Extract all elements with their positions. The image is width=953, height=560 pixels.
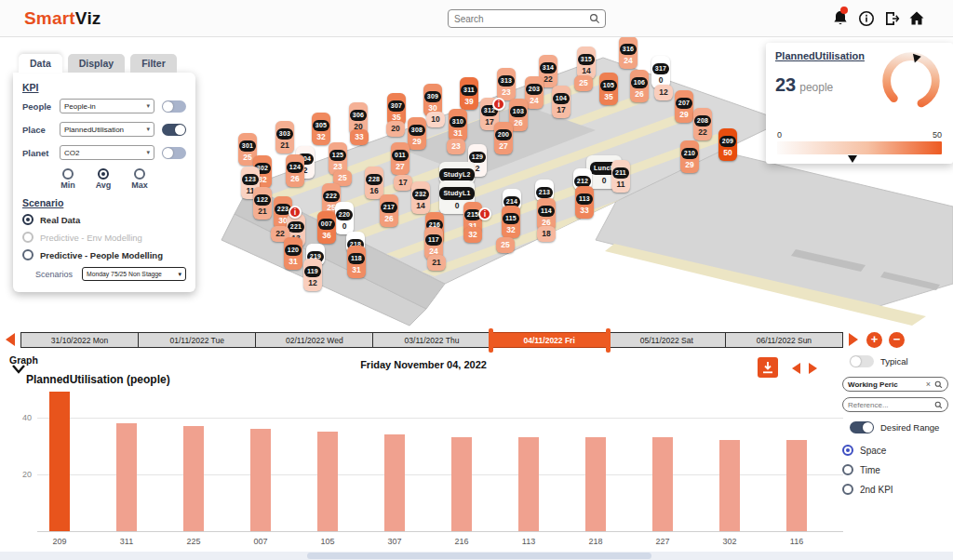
room-badge-200[interactable]: 20027 [494,122,513,154]
room-badge-120[interactable]: 12031 [284,237,302,270]
download-button[interactable] [758,357,778,378]
room-badge-220[interactable]: 2200 [335,202,354,234]
room-badge-316[interactable]: 31624 [619,36,638,69]
room-badge[interactable]: 10 [426,112,445,127]
graph-prev-button[interactable] [792,363,800,374]
scrollbar-thumb[interactable] [307,553,651,559]
radio-scenario[interactable] [22,214,34,225]
chart-bar-311[interactable] [116,423,137,531]
chart-bar-007[interactable] [250,429,271,531]
radio-scenario[interactable] [22,249,34,260]
timeline-day[interactable]: 01/11/2022 Tue [138,332,255,348]
scenario-option[interactable]: Real Data [22,214,186,225]
room-badge[interactable]: 20 [386,121,405,137]
scenario-option[interactable]: Predictive - People Modelling [22,249,186,260]
chart-bar-218[interactable] [585,437,606,531]
typical-toggle[interactable] [850,355,874,367]
chart-bar-209[interactable] [49,392,70,531]
chart-bar-113[interactable] [518,437,539,531]
reference-search[interactable] [842,397,948,412]
radio-scenario[interactable] [22,232,34,243]
chart-bar-105[interactable] [317,432,338,531]
room-badge-113[interactable]: 11333 [575,186,594,219]
room-badge-313[interactable]: 31323 [497,68,516,100]
room-badge-308[interactable]: 30829 [408,117,426,150]
room-badge-315[interactable]: 31514 [577,47,596,79]
radio-mode[interactable] [842,484,853,495]
mode-option-2nd-kpi[interactable]: 2nd KPI [842,484,948,495]
room-badge-207[interactable]: 20729 [675,90,693,123]
chart-bar-116[interactable] [786,440,807,531]
gauge-marker[interactable] [848,155,857,163]
room-badge-105[interactable]: 10535 [599,73,618,105]
timeline-day[interactable]: 03/11/2022 Thu [372,332,490,348]
room-badge-118[interactable]: 11831 [347,246,366,278]
scenario-option[interactable]: Predictive - Env Modelling [22,232,186,243]
radio-min[interactable] [62,168,74,180]
radio-avg[interactable] [98,168,109,180]
tab-display[interactable]: Display [68,54,125,73]
timeline-day[interactable]: 02/11/2022 Wed [255,332,372,348]
range-handle-left[interactable] [489,328,493,353]
room-badge-305[interactable]: 30532 [312,113,330,145]
info-icon[interactable] [857,9,876,28]
room-badge[interactable]: 23 [447,139,465,154]
notifications-bell-icon[interactable] [831,9,850,28]
kpi-select-planet[interactable]: CO2▾ [60,145,154,160]
room-badge-209[interactable]: 20950 [718,128,737,161]
scenarios-select[interactable]: Monday 75/25 Non Stagge ▾ [82,267,186,281]
room-badge[interactable]: 18 [537,226,556,242]
room-badge-232[interactable]: 23214 [411,181,430,214]
room-badge[interactable]: 32 [463,227,482,243]
room-badge-228[interactable]: 22816 [365,167,383,199]
tab-filter[interactable]: Filter [130,54,177,73]
room-badge-303[interactable]: 30321 [275,121,294,153]
chart-bar-302[interactable] [719,440,740,531]
timeline-next-button[interactable] [849,333,858,346]
tab-data[interactable]: Data [19,54,62,73]
room-badge-208[interactable]: 20822 [693,108,712,140]
clear-filter-icon[interactable]: × [926,380,931,389]
agg-option-min[interactable]: Min [60,168,75,190]
room-badge-317[interactable]: 3170 [651,56,670,88]
search-input[interactable] [449,14,589,24]
room-badge-203[interactable]: 20324 [525,76,544,109]
kpi-select-people[interactable]: People-in▾ [60,99,154,113]
kpi-toggle-place[interactable] [162,124,186,136]
room-badge-124[interactable]: 12426 [286,154,304,187]
chart-bar-225[interactable] [183,426,204,531]
chart-bar-307[interactable] [384,434,405,531]
room-badge-311[interactable]: 31139 [460,77,478,110]
timeline-add-button[interactable]: + [866,332,882,348]
mode-option-time[interactable]: Time [842,464,948,475]
radio-max[interactable] [134,168,145,180]
room-badge-115[interactable]: 11532 [502,206,520,238]
mode-option-space[interactable]: Space [842,445,948,456]
room-badge-011[interactable]: 01127 [391,142,409,175]
room-badge[interactable]: 17 [394,175,412,191]
reference-input[interactable] [848,401,934,409]
home-icon[interactable] [907,9,926,28]
room-badge[interactable]: 25 [574,75,593,91]
kpi-toggle-people[interactable] [162,100,186,113]
room-badge-217[interactable]: 21726 [380,194,398,227]
room-badge[interactable]: 21 [427,255,446,271]
desired-range-toggle[interactable] [850,421,874,433]
timeline-remove-button[interactable]: − [889,332,905,348]
timeline-prev-button[interactable] [6,333,15,346]
graph-collapse-chevron-icon[interactable] [11,365,26,374]
room-badge-106[interactable]: 10626 [630,70,649,102]
logout-icon[interactable] [882,9,901,28]
room-badge-210[interactable]: 21029 [680,140,699,173]
timeline-day[interactable]: 06/11/2022 Sun [725,332,843,348]
range-handle-right[interactable] [606,328,611,353]
graph-next-button[interactable] [809,363,817,374]
working-period-filter[interactable]: Working Peric × [842,377,948,392]
radio-mode[interactable] [842,464,853,475]
timeline-day[interactable]: 31/10/2022 Mon [20,332,138,348]
room-badge-119[interactable]: 11912 [303,259,322,291]
agg-option-avg[interactable]: Avg [96,168,112,190]
room-badge[interactable]: 33 [350,129,369,145]
room-badge-104[interactable]: 10417 [552,86,570,118]
timeline-day-active[interactable]: 04/11/2022 Fri [490,332,608,348]
